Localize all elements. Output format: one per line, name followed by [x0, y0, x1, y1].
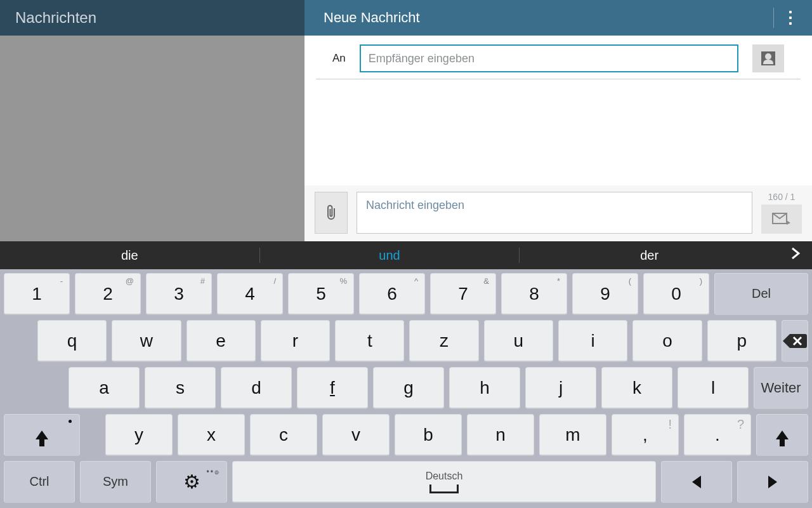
key-arrow-right[interactable] — [737, 461, 808, 503]
key-space[interactable]: Deutsch — [232, 461, 656, 503]
arrow-left-icon — [692, 476, 701, 488]
key-o[interactable]: o — [632, 320, 702, 362]
key-t[interactable]: t — [335, 320, 404, 362]
key-a[interactable]: a — [69, 367, 140, 409]
key-w[interactable]: w — [112, 320, 181, 362]
shift-icon — [776, 431, 789, 439]
key-v[interactable]: v — [322, 414, 390, 456]
key-g[interactable]: g — [373, 367, 444, 409]
suggestion-bar: die und der — [0, 241, 812, 269]
key-h[interactable]: h — [449, 367, 520, 409]
key-shift-left[interactable] — [4, 414, 80, 456]
key-j[interactable]: j — [525, 367, 596, 409]
suggestion-2[interactable]: und — [260, 248, 520, 263]
new-message-header: Neue Nachricht — [304, 0, 812, 36]
send-button[interactable] — [761, 204, 802, 234]
key-shift-right[interactable] — [756, 414, 808, 456]
shift-icon — [36, 431, 48, 439]
header-separator — [773, 8, 774, 28]
char-counter: 160 / 1 — [768, 192, 796, 202]
key-l[interactable]: l — [678, 367, 749, 409]
key-q[interactable]: q — [37, 320, 107, 362]
key-d[interactable]: d — [221, 367, 292, 409]
suggestion-1[interactable]: die — [0, 248, 259, 263]
key-arrow-left[interactable] — [661, 461, 732, 503]
key-p[interactable]: p — [707, 320, 776, 362]
recipient-input[interactable] — [360, 44, 738, 72]
key-e[interactable]: e — [187, 320, 256, 362]
keyboard: 1- 2@ 3# 4/ 5% 6^ 7& 8* 9( 0) Del q w e … — [0, 269, 812, 508]
key-k[interactable]: k — [601, 367, 672, 409]
key-backspace[interactable] — [782, 320, 808, 362]
key-y[interactable]: y — [105, 414, 173, 456]
key-ctrl[interactable]: Ctrl — [4, 461, 75, 503]
new-message-title: Neue Nachricht — [324, 10, 420, 26]
key-enter[interactable]: Weiter — [754, 367, 808, 409]
key-8[interactable]: 8* — [501, 273, 567, 315]
send-icon — [772, 213, 791, 225]
key-2[interactable]: 2@ — [75, 273, 141, 315]
paperclip-icon — [324, 204, 339, 222]
pick-contact-button[interactable] — [752, 44, 784, 72]
key-comma[interactable]: ,! — [612, 414, 679, 456]
recipient-row: An — [316, 36, 801, 79]
key-period[interactable]: .? — [684, 414, 751, 456]
compose-input-row: 160 / 1 — [304, 185, 812, 241]
chevron-right-icon — [791, 247, 800, 260]
key-f[interactable]: f — [297, 367, 368, 409]
key-x[interactable]: x — [178, 414, 245, 456]
suggestion-3[interactable]: der — [520, 248, 779, 263]
key-u[interactable]: u — [484, 320, 553, 362]
compose-pane: An 160 / 1 — [304, 36, 812, 241]
space-icon — [429, 485, 459, 493]
key-6[interactable]: 6^ — [359, 273, 425, 315]
contact-icon — [761, 51, 775, 65]
key-7[interactable]: 7& — [430, 273, 496, 315]
key-delete[interactable]: Del — [714, 273, 808, 315]
key-m[interactable]: m — [539, 414, 606, 456]
attach-button[interactable] — [315, 192, 348, 234]
key-s[interactable]: s — [145, 367, 216, 409]
arrow-right-icon — [768, 476, 777, 488]
key-5[interactable]: 5% — [288, 273, 354, 315]
backspace-icon — [782, 333, 808, 349]
key-3[interactable]: 3# — [146, 273, 212, 315]
key-n[interactable]: n — [467, 414, 534, 456]
overflow-menu-button[interactable] — [778, 0, 803, 36]
key-settings[interactable]: ⚙••๏ — [156, 461, 227, 503]
key-9[interactable]: 9( — [572, 273, 638, 315]
key-b[interactable]: b — [395, 414, 462, 456]
gear-icon: ⚙ — [183, 471, 200, 493]
key-4[interactable]: 4/ — [217, 273, 283, 315]
suggestion-expand-button[interactable] — [779, 247, 812, 264]
key-r[interactable]: r — [261, 320, 330, 362]
key-i[interactable]: i — [558, 320, 627, 362]
key-sym[interactable]: Sym — [80, 461, 151, 503]
key-z[interactable]: z — [409, 320, 478, 362]
keyboard-language-label: Deutsch — [426, 471, 463, 482]
key-c[interactable]: c — [250, 414, 317, 456]
message-input[interactable] — [357, 192, 752, 234]
key-1[interactable]: 1- — [4, 273, 70, 315]
overflow-menu-icon — [789, 11, 792, 25]
compose-body-area — [304, 79, 812, 185]
messages-header: Nachrichten — [0, 0, 304, 36]
key-0[interactable]: 0) — [643, 273, 709, 315]
conversation-list-pane — [0, 36, 304, 241]
to-label: An — [332, 52, 346, 65]
